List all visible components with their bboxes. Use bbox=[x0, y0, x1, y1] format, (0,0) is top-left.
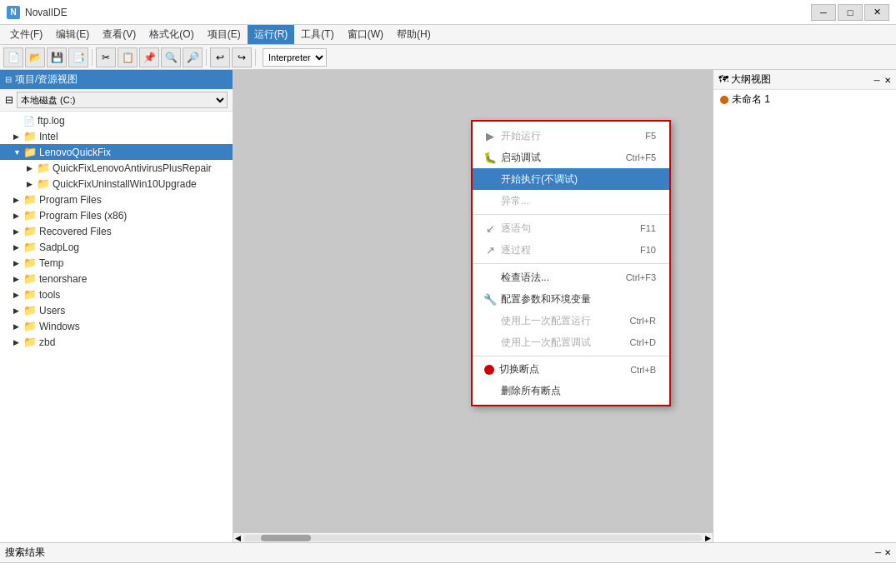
tree-item-ftp-log[interactable]: 📄 ftp.log bbox=[0, 113, 233, 128]
ctx-step-into[interactable]: ↙ 逐语句 F11 bbox=[473, 217, 669, 239]
scroll-right-btn[interactable]: ▶ bbox=[703, 534, 713, 542]
file-tree[interactable]: 📄 ftp.log ▶ 📁 Intel ▼ 📁 LenovoQuickFix ▶… bbox=[0, 112, 233, 542]
red-dot-icon bbox=[484, 365, 494, 375]
interpreter-dropdown[interactable]: Interpreter bbox=[263, 48, 327, 67]
menu-format[interactable]: 格式化(O) bbox=[143, 25, 200, 44]
menu-project[interactable]: 项目(E) bbox=[201, 25, 248, 44]
menu-tools[interactable]: 工具(T) bbox=[294, 25, 340, 44]
ctx-debug-last-config[interactable]: 使用上一次配置调试 Ctrl+D bbox=[473, 331, 669, 353]
left-panel: ⊟ 项目/资源视图 ⊟ 本地磁盘 (C:) 📄 ftp.log ▶ 📁 Inte… bbox=[0, 70, 233, 542]
scroll-track[interactable] bbox=[244, 535, 702, 541]
toolbar-undo[interactable]: ↩ bbox=[210, 47, 230, 67]
toolbar-cut[interactable]: ✂ bbox=[96, 47, 116, 67]
ctx-start-run[interactable]: ▶ 开始运行 F5 bbox=[473, 125, 669, 147]
search-panel-minus-btn[interactable]: ─ bbox=[875, 548, 881, 557]
exception-icon bbox=[483, 193, 498, 208]
tree-item-tenorshare[interactable]: ▶ 📁 tenorshare bbox=[0, 271, 233, 287]
toolbar-sep3 bbox=[255, 49, 256, 66]
minimize-button[interactable]: ─ bbox=[811, 4, 836, 21]
outline-panel-title: 🗺 大纲视图 bbox=[718, 72, 771, 87]
ctx-label: 删除所有断点 bbox=[501, 384, 643, 398]
titlebar: N NovalIDE ─ □ ✕ bbox=[0, 0, 896, 25]
tree-label: QuickFixUninstallWin10Upgrade bbox=[53, 178, 197, 190]
app-icon: N bbox=[7, 6, 20, 19]
menu-window[interactable]: 窗口(W) bbox=[341, 25, 390, 44]
tree-label: ftp.log bbox=[38, 115, 65, 127]
expand-icon: ▶ bbox=[27, 180, 37, 188]
tree-item-tools[interactable]: ▶ 📁 tools bbox=[0, 287, 233, 302]
toolbar-save-all[interactable]: 📑 bbox=[68, 47, 88, 67]
toolbar-save[interactable]: 💾 bbox=[47, 47, 67, 67]
ctx-config-env[interactable]: 🔧 配置参数和环境变量 bbox=[473, 288, 669, 310]
menu-file[interactable]: 文件(F) bbox=[3, 25, 49, 44]
expand-icon: ▶ bbox=[13, 291, 23, 299]
expand-icon: ▶ bbox=[13, 227, 23, 236]
menu-view[interactable]: 查看(V) bbox=[96, 25, 143, 44]
folder-icon: 📁 bbox=[23, 336, 37, 348]
close-button[interactable]: ✕ bbox=[864, 4, 889, 21]
tree-item-program-files-x86[interactable]: ▶ 📁 Program Files (x86) bbox=[0, 207, 233, 223]
toolbar-copy[interactable]: 📋 bbox=[118, 47, 138, 67]
tree-item-lenovoquickfix[interactable]: ▼ 📁 LenovoQuickFix bbox=[0, 144, 233, 160]
debug-icon: 🐛 bbox=[483, 150, 498, 165]
expand-icon: ▶ bbox=[13, 338, 23, 346]
tree-item-temp[interactable]: ▶ 📁 Temp bbox=[0, 255, 233, 271]
outline-item-unnamed[interactable]: 未命名 1 bbox=[713, 90, 896, 109]
menu-edit[interactable]: 编辑(E) bbox=[49, 25, 96, 44]
restore-button[interactable]: □ bbox=[838, 4, 863, 21]
interpreter-selector: Interpreter bbox=[263, 48, 327, 67]
ctx-start-debug[interactable]: 🐛 启动调试 Ctrl+F5 bbox=[473, 147, 669, 168]
right-panel: 🗺 大纲视图 ─ ✕ 未命名 1 bbox=[713, 70, 896, 542]
ctx-run-no-debug[interactable]: 开始执行(不调试) bbox=[473, 168, 669, 190]
folder-icon: 📁 bbox=[23, 209, 37, 222]
toolbar-sep2 bbox=[206, 49, 207, 66]
expand-icon: ▶ bbox=[13, 322, 23, 331]
outline-close-btn[interactable]: ✕ bbox=[884, 76, 891, 85]
center-panel: ◀ ▶ ▶ 开始运行 F5 🐛 启动调试 Ctrl+F5 开始执 bbox=[233, 70, 713, 542]
tree-item-program-files[interactable]: ▶ 📁 Program Files bbox=[0, 192, 233, 207]
drive-minus-icon: ⊟ bbox=[5, 94, 13, 106]
folder-icon: 📁 bbox=[23, 146, 37, 158]
run-last-icon bbox=[483, 313, 498, 328]
ctx-delete-all-breakpoints[interactable]: 删除所有断点 bbox=[473, 380, 669, 401]
tree-item-zbd[interactable]: ▶ 📁 zbd bbox=[0, 334, 233, 350]
toolbar-replace[interactable]: 🔎 bbox=[183, 47, 203, 67]
ctx-label: 启动调试 bbox=[501, 151, 613, 165]
expand-icon: ▶ bbox=[13, 306, 23, 315]
menu-run[interactable]: 运行(R) bbox=[248, 25, 295, 44]
expand-icon: ▶ bbox=[13, 132, 23, 141]
ctx-run-last-config[interactable]: 使用上一次配置运行 Ctrl+R bbox=[473, 310, 669, 331]
scroll-left-btn[interactable]: ◀ bbox=[233, 534, 243, 542]
toolbar-open[interactable]: 📂 bbox=[25, 47, 45, 67]
toolbar-find[interactable]: 🔍 bbox=[161, 47, 181, 67]
drive-dropdown[interactable]: 本地磁盘 (C:) bbox=[17, 92, 228, 108]
tree-item-intel[interactable]: ▶ 📁 Intel bbox=[0, 128, 233, 144]
toolbar-new[interactable]: 📄 bbox=[3, 47, 23, 67]
expand-icon: ▶ bbox=[13, 243, 23, 252]
ctx-shortcut: F10 bbox=[640, 245, 656, 255]
outline-minus-btn[interactable]: ─ bbox=[874, 76, 880, 85]
tree-item-quickfix-antivirus[interactable]: ▶ 📁 QuickFixLenovoAntivirusPlusRepair bbox=[0, 160, 233, 176]
project-panel-header: ⊟ 项目/资源视图 bbox=[0, 70, 233, 89]
ctx-sep1 bbox=[473, 214, 669, 215]
folder-icon: 📁 bbox=[23, 241, 37, 253]
folder-icon: 📁 bbox=[23, 193, 37, 206]
ctx-step-over[interactable]: ↗ 逐过程 F10 bbox=[473, 239, 669, 261]
ctx-label: 检查语法... bbox=[501, 271, 613, 285]
ctx-check-syntax[interactable]: 检查语法... Ctrl+F3 bbox=[473, 267, 669, 288]
ctx-exception[interactable]: 异常... bbox=[473, 190, 669, 212]
tree-item-users[interactable]: ▶ 📁 Users bbox=[0, 302, 233, 318]
menu-help[interactable]: 帮助(H) bbox=[390, 25, 438, 44]
ctx-shortcut: Ctrl+F5 bbox=[626, 152, 656, 162]
toolbar-paste[interactable]: 📌 bbox=[139, 47, 159, 67]
toolbar-redo[interactable]: ↪ bbox=[232, 47, 252, 67]
ctx-sep3 bbox=[473, 356, 669, 356]
tree-item-recovered-files[interactable]: ▶ 📁 Recovered Files bbox=[0, 223, 233, 239]
tree-item-sadplog[interactable]: ▶ 📁 SadpLog bbox=[0, 239, 233, 255]
ctx-toggle-breakpoint[interactable]: 切换断点 Ctrl+B bbox=[473, 359, 669, 380]
tree-item-windows[interactable]: ▶ 📁 Windows bbox=[0, 318, 233, 334]
tree-item-quickfix-win10[interactable]: ▶ 📁 QuickFixUninstallWin10Upgrade bbox=[0, 176, 233, 192]
search-panel-close-btn[interactable]: ✕ bbox=[884, 548, 891, 557]
scroll-thumb[interactable] bbox=[261, 535, 311, 541]
h-scrollbar[interactable]: ◀ ▶ bbox=[233, 532, 713, 542]
